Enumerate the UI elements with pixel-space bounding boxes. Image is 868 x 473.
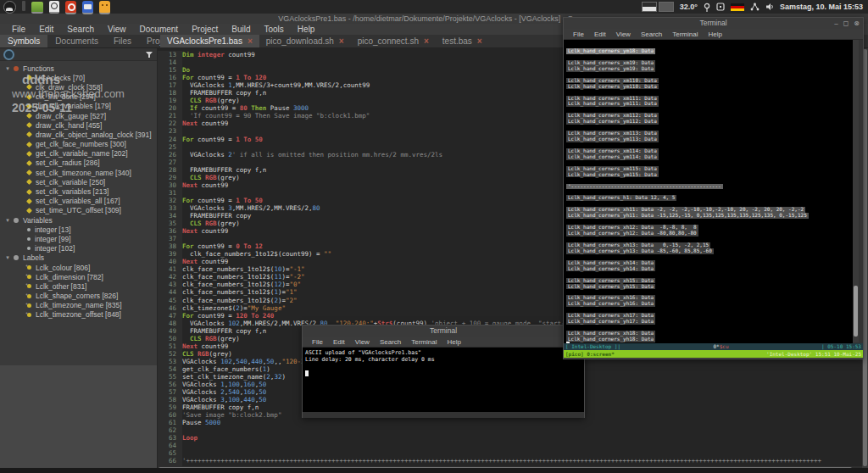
editor-tab[interactable]: VGAclocksPre1.bas× (160, 35, 259, 47)
symbol-item[interactable]: Lclk_shape_corners [826] (0, 292, 157, 301)
clock-app-icon[interactable] (49, 1, 59, 14)
terminal-menu-file[interactable]: File (568, 31, 589, 38)
symbol-item[interactable]: set_clk_radius [286] (0, 159, 157, 168)
terminal-menu-terminal[interactable]: Terminal (667, 31, 703, 38)
maximize-button[interactable]: ◻ (843, 19, 849, 27)
menu-project[interactable]: Project (185, 25, 225, 34)
tab-close-icon[interactable]: × (424, 36, 429, 46)
code-line[interactable]: 65 (158, 449, 862, 457)
chat-app-icon[interactable] (99, 1, 110, 14)
symbol-item[interactable]: clk_draw_clock [358] (0, 82, 157, 92)
expander-icon[interactable]: ▾ (3, 65, 12, 72)
menu-edit[interactable]: Edit (32, 25, 60, 34)
symbol-item[interactable]: set_clk_variables [213] (0, 186, 157, 196)
terminal-output[interactable]: ASCII upload of "VGAclocksPre1.bas"Line … (303, 348, 584, 412)
volume-icon[interactable] (765, 3, 774, 11)
symbol-item[interactable]: draw_clk_hand [455] (0, 120, 157, 130)
terminal-menu-view[interactable]: View (350, 338, 375, 346)
symbol-item[interactable]: Lclk_timezone_offset [848] (0, 310, 157, 320)
code-token: Pause (266, 104, 293, 112)
symbol-label: integer [102] (35, 244, 75, 253)
terminal-menu-search[interactable]: Search (636, 31, 667, 38)
german-flag-icon[interactable] (731, 3, 744, 11)
expander-icon[interactable]: ▾ (3, 217, 12, 224)
symbol-item[interactable]: Lclk_colour [806] (0, 263, 157, 272)
symbol-filter-row[interactable] (0, 48, 157, 61)
line-number: 26 (158, 151, 182, 159)
sidebar-tab-files[interactable]: Files (106, 35, 139, 47)
terminal-menu-file[interactable]: File (307, 338, 328, 346)
menu-search[interactable]: Search (60, 25, 101, 34)
editor-tab[interactable]: pico_download.sh× (259, 35, 351, 47)
terminal-menu-help[interactable]: Help (703, 31, 726, 38)
expander-icon[interactable]: ▾ (3, 254, 12, 261)
menu-file[interactable]: File (5, 25, 32, 34)
code-line[interactable]: 63Loop (158, 434, 862, 442)
clipboard-icon[interactable] (716, 3, 725, 11)
symbol-item[interactable]: set_clk_timezone_name [340] (0, 168, 157, 177)
symbol-item[interactable]: Lclk_timezone_name [835] (0, 301, 157, 310)
minimize-button[interactable]: – (834, 19, 837, 27)
editor-tab[interactable]: test.bas× (436, 35, 489, 47)
panel-clock[interactable]: Samstag, 10. Mai 15:53 (780, 3, 863, 11)
symbol-item[interactable]: Lclk_dimension [782] (0, 272, 157, 281)
symbol-group-var[interactable]: ▾Variables (0, 215, 157, 225)
tab-close-icon[interactable]: × (477, 36, 482, 46)
tab-close-icon[interactable]: × (339, 36, 344, 46)
menu-help[interactable]: Help (291, 25, 322, 34)
symbol-item[interactable]: Lclk_other [831] (0, 281, 157, 291)
terminal-titlebar[interactable]: Terminal – ◻ ⊗ (564, 18, 863, 29)
symbol-group-lbl[interactable]: ▾Labels (0, 253, 157, 263)
terminal-line: Lclk_hand_corners_xm113: Data (566, 123, 853, 129)
symbol-item[interactable]: set_clk_variable [250] (0, 177, 157, 186)
line-number: 40 (158, 258, 182, 265)
code-token: 540 (228, 388, 240, 396)
sidebar-tab-symbols[interactable]: Symbols (0, 35, 47, 47)
terminal-menu-help[interactable]: Help (442, 338, 465, 346)
network-share-icon[interactable] (750, 3, 760, 11)
tab-close-icon[interactable]: × (248, 36, 253, 46)
terminal-menu-view[interactable]: View (611, 31, 636, 38)
media-app-icon[interactable] (65, 1, 76, 14)
symbol-item[interactable]: integer [13] (0, 225, 157, 234)
filter-funnel-icon[interactable] (145, 51, 153, 58)
close-button[interactable]: ⊗ (854, 19, 860, 27)
terminal-vscrollbar[interactable] (853, 40, 859, 342)
symbol-item[interactable]: integer [99] (0, 234, 157, 243)
menu-build[interactable]: Build (225, 25, 257, 34)
symbol-item[interactable]: get_clk_variable_name [202] (0, 149, 157, 159)
menu-view[interactable]: View (101, 25, 133, 34)
sidebar-tab-documents[interactable]: Documents (47, 35, 106, 47)
code-line[interactable]: 61Pause 5000 (158, 419, 862, 426)
terminal-output[interactable]: Lclk_hand_corners_ym18: DataLclk_hand_co… (564, 40, 853, 343)
symbol-item[interactable]: draw_clk_gauge [527] (0, 111, 157, 120)
terminal-titlebar[interactable]: Terminal – ◻ (303, 326, 584, 337)
code-line[interactable]: 64 (158, 442, 862, 449)
code-line[interactable]: 66'+++++++++++++++++++++++++++++++++++++… (158, 457, 862, 465)
symbol-item[interactable]: set_clk_variables_all [167] (0, 197, 157, 206)
system-monitor-icon[interactable] (642, 2, 674, 12)
code-token: VGAclocks (182, 396, 220, 403)
editor-tab[interactable]: pico_connect.sh× (351, 35, 436, 47)
file-manager-icon[interactable] (31, 2, 43, 14)
location-icon[interactable] (704, 3, 710, 12)
symbol-item[interactable]: draw_clk_object_analog_clock [391] (0, 130, 157, 139)
mail-app-icon[interactable] (82, 1, 93, 14)
terminal-menu-edit[interactable]: Edit (589, 31, 611, 38)
symbol-item[interactable]: clk_init_done [294] (0, 92, 157, 102)
terminal-line: Lclk_hand_corners_xm19: Data (566, 53, 853, 58)
code-line[interactable]: 62 (158, 426, 862, 434)
distro-logo-icon[interactable] (3, 1, 16, 14)
code-token: CLS (190, 97, 202, 104)
terminal-menu-edit[interactable]: Edit (328, 338, 350, 346)
terminal-menu-search[interactable]: Search (375, 338, 406, 346)
symbol-item[interactable]: set_time_UTC_offset [309] (0, 206, 157, 215)
menu-tools[interactable]: Tools (258, 25, 291, 34)
symbol-item[interactable]: integer [102] (0, 244, 157, 253)
terminal-menu-terminal[interactable]: Terminal (406, 338, 442, 346)
symbol-group-fn[interactable]: ▾Functions (0, 64, 157, 73)
symbol-item[interactable]: get_clk_face_numbers [300] (0, 140, 157, 149)
menu-document[interactable]: Document (133, 25, 186, 34)
symbol-item[interactable]: VGAclocks [70] (0, 73, 157, 82)
symbol-item[interactable]: dim_clk_variables [179] (0, 102, 157, 111)
